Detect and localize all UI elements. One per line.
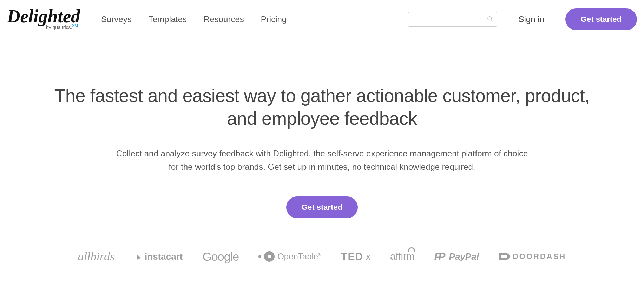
paypal-p-icon: PP bbox=[434, 251, 443, 263]
nav-resources[interactable]: Resources bbox=[204, 14, 244, 24]
nav-pricing[interactable]: Pricing bbox=[261, 14, 287, 24]
carrot-icon: ▲ bbox=[133, 251, 144, 263]
logo-instacart: ▲instacart bbox=[134, 251, 183, 262]
logo-opentable: OpenTable® bbox=[258, 251, 321, 262]
logo-affirm: affirm bbox=[390, 251, 415, 262]
logo-paypal: PP PayPal bbox=[434, 251, 479, 263]
logo-allbirds: allbirds bbox=[78, 250, 115, 263]
ring-icon bbox=[264, 251, 275, 262]
logo-doordash: DOORDASH bbox=[499, 252, 566, 261]
hero-section: The fastest and easiest way to gather ac… bbox=[0, 39, 644, 264]
nav-surveys[interactable]: Surveys bbox=[101, 14, 132, 24]
search-input[interactable] bbox=[408, 12, 497, 27]
dot-icon bbox=[258, 255, 261, 258]
arc-icon bbox=[408, 247, 415, 252]
hero-headline: The fastest and easiest way to gather ac… bbox=[42, 84, 602, 130]
hero-cta-button[interactable]: Get started bbox=[286, 196, 358, 218]
logo-tedx: TEDx bbox=[341, 251, 370, 263]
logo-google: Google bbox=[202, 250, 239, 264]
site-header: Delighted by qualtrics.XM Surveys Templa… bbox=[0, 0, 644, 39]
svg-point-0 bbox=[488, 17, 492, 20]
nav-templates[interactable]: Templates bbox=[149, 14, 187, 24]
brand-byline: by qualtrics.XM bbox=[7, 24, 80, 30]
search-box bbox=[408, 12, 497, 27]
brand-name: Delighted bbox=[7, 8, 80, 25]
main-nav: Surveys Templates Resources Pricing bbox=[101, 14, 287, 24]
svg-line-1 bbox=[491, 20, 492, 21]
wing-icon bbox=[499, 253, 510, 260]
header-cta-button[interactable]: Get started bbox=[565, 8, 637, 30]
signin-link[interactable]: Sign in bbox=[518, 14, 544, 24]
hero-subhead: Collect and analyze survey feedback with… bbox=[111, 147, 533, 174]
brand-logo-row: allbirds ▲instacart Google OpenTable® TE… bbox=[42, 250, 602, 264]
search-icon[interactable] bbox=[487, 15, 493, 23]
brand-logo[interactable]: Delighted by qualtrics.XM bbox=[7, 8, 80, 30]
